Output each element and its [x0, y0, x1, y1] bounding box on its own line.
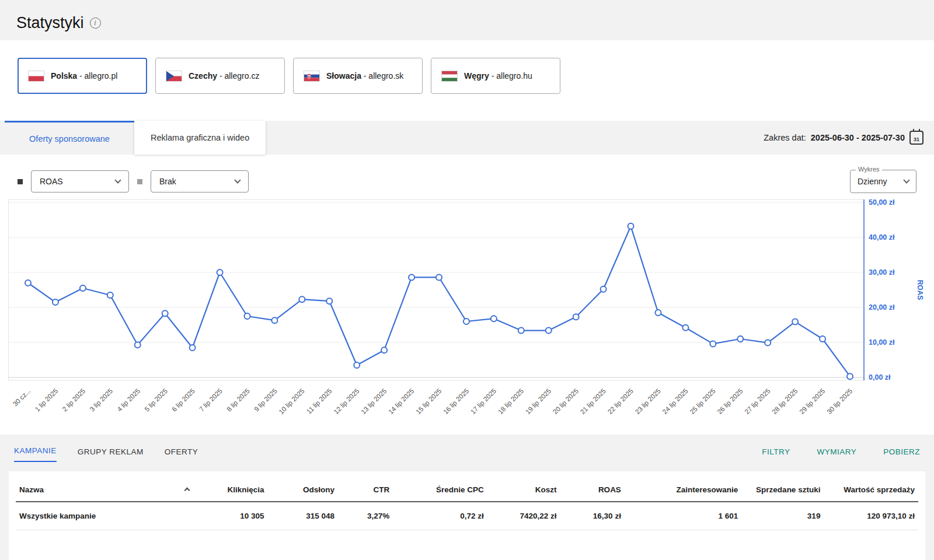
market-button-poland[interactable]: Polska - allegro.pl: [18, 58, 147, 94]
svg-text:ROAS: ROAS: [916, 280, 924, 300]
tab-grupy-reklam[interactable]: GRUPY REKLAM: [78, 447, 144, 462]
col-ctr[interactable]: CTR: [338, 474, 393, 502]
svg-text:1 lip 2025: 1 lip 2025: [34, 387, 60, 413]
market-domain: - allegro.cz: [219, 71, 259, 80]
date-range-value: 2025-06-30 - 2025-07-30: [811, 133, 905, 142]
calendar-icon[interactable]: 31: [909, 131, 923, 145]
svg-text:2 lip 2025: 2 lip 2025: [61, 387, 87, 413]
market-domain: - allegro.pl: [79, 71, 117, 80]
table-section: KAMPANIE GRUPY REKLAM OFERTY FILTRY WYMI…: [0, 435, 934, 560]
primary-metric-select[interactable]: ROAS: [31, 170, 129, 192]
cell-klikniecia: 10 305: [201, 502, 268, 530]
svg-text:6 lip 2025: 6 lip 2025: [170, 387, 196, 413]
svg-text:19 lip 2025: 19 lip 2025: [524, 387, 552, 415]
svg-text:22 lip 2025: 22 lip 2025: [607, 387, 635, 415]
svg-text:5 lip 2025: 5 lip 2025: [143, 387, 169, 413]
slovakia-flag-icon: [304, 71, 319, 81]
svg-text:14 lip 2025: 14 lip 2025: [387, 387, 415, 415]
svg-text:20,00 zł: 20,00 zł: [869, 303, 895, 312]
cell-srednie-cpc: 0,72 zł: [393, 502, 487, 530]
roas-line-chart: 0,00 zł10,00 zł20,00 zł30,00 zł40,00 zł5…: [8, 199, 925, 433]
wymiary-link[interactable]: WYMIARY: [817, 447, 856, 456]
interval-select-label: Wykres: [856, 166, 882, 173]
col-srednie-cpc[interactable]: Średnie CPC: [393, 474, 487, 502]
svg-text:3 lip 2025: 3 lip 2025: [88, 387, 114, 413]
date-range-label: Zakres dat:: [764, 133, 806, 142]
filtry-link[interactable]: FILTRY: [762, 447, 790, 456]
col-sprzedane-sztuki[interactable]: Sprzedane sztuki: [741, 474, 824, 502]
cell-sprzedane-sztuki: 319: [741, 502, 824, 530]
svg-text:11 lip 2025: 11 lip 2025: [305, 387, 333, 415]
tab-reklama-graficzna[interactable]: Reklama graficzna i wideo: [134, 121, 266, 155]
market-button-wegry[interactable]: Węgry - allegro.hu: [431, 58, 560, 94]
pobierz-link[interactable]: POBIERZ: [883, 447, 920, 456]
col-klikniecia[interactable]: Kliknięcia: [201, 474, 268, 502]
svg-text:50,00 zł: 50,00 zł: [869, 199, 895, 206]
secondary-metric-value: Brak: [159, 177, 176, 186]
svg-text:30 cz...: 30 cz...: [12, 387, 32, 408]
market-domain: - allegro.sk: [364, 71, 403, 80]
table-header-row: Nazwa Kliknięcia Odsłony CTR Średnie CPC…: [16, 474, 918, 502]
cell-odslony: 315 048: [267, 502, 338, 530]
date-range-picker[interactable]: Zakres dat: 2025-06-30 - 2025-07-30 31: [764, 131, 923, 145]
market-button-czechy[interactable]: Czechy - allegro.cz: [155, 58, 285, 94]
cell-roas: 16,30 zł: [560, 502, 624, 530]
svg-text:24 lip 2025: 24 lip 2025: [661, 387, 689, 415]
secondary-metric-chip: [137, 179, 142, 184]
svg-text:7 lip 2025: 7 lip 2025: [198, 387, 224, 413]
hungary-flag-icon: [442, 71, 457, 81]
svg-text:15 lip 2025: 15 lip 2025: [414, 387, 442, 415]
poland-flag-icon: [29, 71, 44, 81]
svg-text:18 lip 2025: 18 lip 2025: [497, 387, 525, 415]
svg-text:29 lip 2025: 29 lip 2025: [798, 387, 826, 415]
cell-koszt: 7420,22 zł: [487, 502, 560, 530]
sort-asc-icon[interactable]: [184, 488, 190, 494]
col-zainteresowanie[interactable]: Zainteresowanie: [625, 474, 741, 502]
tab-kampanie[interactable]: KAMPANIE: [14, 446, 57, 462]
col-wartosc-sprzedazy[interactable]: Wartość sprzedaży: [824, 474, 918, 502]
tab-oferty-sponsorowane[interactable]: Oferty sponsorowane: [5, 121, 134, 155]
cell-wartosc-sprzedazy: 120 973,10 zł: [824, 502, 918, 530]
market-domain: - allegro.hu: [492, 71, 532, 80]
chevron-down-icon: [903, 177, 909, 183]
info-icon[interactable]: i: [90, 18, 101, 29]
svg-text:40,00 zł: 40,00 zł: [869, 233, 895, 242]
tab-oferty[interactable]: OFERTY: [165, 447, 198, 462]
svg-text:25 lip 2025: 25 lip 2025: [688, 387, 716, 415]
secondary-metric-select[interactable]: Brak: [151, 170, 249, 192]
interval-value: Dzienny: [858, 177, 887, 186]
table-row: Wszystkie kampanie 10 305 315 048 3,27% …: [16, 502, 918, 530]
market-selector: Polska - allegro.pl Czechy - allegro.cz …: [0, 40, 934, 121]
svg-text:21 lip 2025: 21 lip 2025: [579, 387, 607, 415]
interval-select[interactable]: Wykres Dzienny: [850, 170, 916, 193]
market-name: Węgry: [464, 71, 489, 80]
market-name: Polska: [51, 71, 77, 80]
svg-text:9 lip 2025: 9 lip 2025: [253, 387, 278, 413]
table-tabs: KAMPANIE GRUPY REKLAM OFERTY FILTRY WYMI…: [0, 446, 934, 462]
svg-text:26 lip 2025: 26 lip 2025: [716, 387, 744, 415]
cell-ctr: 3,27%: [338, 502, 393, 530]
svg-text:0,00 zł: 0,00 zł: [869, 373, 891, 382]
col-koszt[interactable]: Koszt: [487, 474, 560, 502]
table-actions: FILTRY WYMIARY POBIERZ: [762, 447, 920, 462]
svg-text:28 lip 2025: 28 lip 2025: [771, 387, 799, 415]
svg-text:20 lip 2025: 20 lip 2025: [552, 387, 580, 415]
primary-metric-value: ROAS: [40, 177, 63, 186]
col-nazwa[interactable]: Nazwa: [16, 474, 201, 502]
chart-controls: ROAS Brak Wykres Dzienny: [8, 170, 926, 193]
svg-text:27 lip 2025: 27 lip 2025: [743, 387, 771, 415]
svg-text:10 lip 2025: 10 lip 2025: [277, 387, 305, 415]
market-button-slowacja[interactable]: Słowacja - allegro.sk: [293, 58, 423, 94]
campaigns-table: Nazwa Kliknięcia Odsłony CTR Średnie CPC…: [16, 474, 918, 530]
col-odslony[interactable]: Odsłony: [267, 474, 338, 502]
page-header: Statystyki i: [0, 0, 934, 40]
svg-text:30,00 zł: 30,00 zł: [869, 268, 895, 276]
col-roas[interactable]: ROAS: [560, 474, 624, 502]
svg-text:13 lip 2025: 13 lip 2025: [360, 387, 388, 415]
market-name: Słowacja: [326, 71, 361, 80]
cell-zainteresowanie: 1 601: [625, 502, 741, 530]
svg-text:12 lip 2025: 12 lip 2025: [332, 387, 360, 415]
svg-text:30 lip 2025: 30 lip 2025: [825, 387, 853, 415]
page-title: Statystyki: [16, 14, 84, 32]
primary-metric-chip: [18, 179, 23, 184]
